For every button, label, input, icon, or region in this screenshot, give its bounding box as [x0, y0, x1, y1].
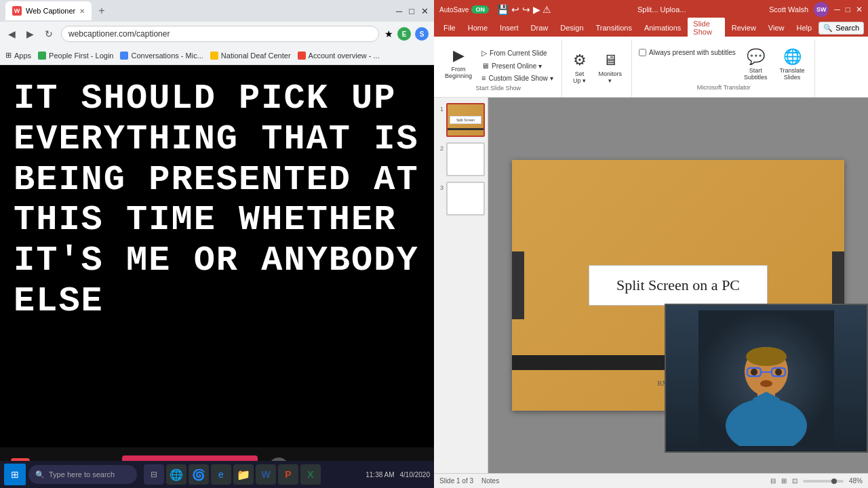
always-present-label: Always present with subtitles [649, 49, 736, 56]
taskbar-app-word[interactable]: W [256, 464, 276, 485]
from-beginning-button[interactable]: ▶ FromBeginning [441, 45, 476, 81]
user-initials-badge: SW [814, 2, 829, 17]
statusbar-right: ⊟ ⊞ ⊡ 48% [770, 477, 863, 485]
slide-thumbnail-2[interactable] [446, 142, 485, 176]
menu-draw[interactable]: Draw [526, 22, 554, 34]
tab-close-button[interactable]: ✕ [79, 7, 85, 15]
pp-maximize-button[interactable]: □ [846, 5, 850, 14]
monitors-button[interactable]: 🖥 Monitors▾ [595, 49, 627, 86]
taskbar-app-chrome[interactable]: 🌐 [166, 464, 186, 485]
pp-close-button[interactable]: ✕ [856, 5, 863, 14]
custom-slideshow-label: Custom Slide Show ▾ [488, 75, 553, 82]
setup-label: SetUp ▾ [573, 70, 586, 84]
always-present-checkbox[interactable]: Always present with subtitles [639, 49, 736, 56]
pp-search-box[interactable]: 🔍 Search [818, 22, 864, 35]
setup-icon: ⚙ [573, 52, 587, 69]
taskbar-app-edge[interactable]: 🌀 [189, 464, 209, 485]
pp-minimize-button[interactable]: ─ [834, 5, 840, 14]
bookmark-people-login-label: People First - Login [49, 52, 113, 60]
slide-thumbnail-3[interactable] [446, 182, 485, 216]
pp-title: Split... Uploa... [559, 5, 764, 14]
minimize-button[interactable]: ─ [396, 6, 402, 16]
refresh-button[interactable]: ↻ [42, 27, 56, 41]
slide-thumb-content-1: Split Screen [448, 104, 484, 136]
menu-file[interactable]: File [438, 22, 461, 34]
notes-button[interactable]: Notes [481, 477, 499, 485]
new-tab-button[interactable]: + [98, 5, 104, 17]
taskbar-app-ie[interactable]: e [211, 464, 231, 485]
search-placeholder: Type here to search [49, 470, 115, 479]
group-translator-label: Microsoft Translator [697, 84, 751, 91]
slide-num-1: 1 [437, 106, 443, 113]
slide-num-2: 2 [437, 145, 443, 152]
taskbar-search[interactable]: 🔍 Type here to search [28, 465, 137, 484]
start-subtitles-button[interactable]: 💬 StartSubtitles [740, 46, 772, 83]
browser-titlebar: W Web Captioner ✕ + ─ □ ✕ [0, 0, 434, 22]
maximize-button[interactable]: □ [409, 6, 414, 16]
autosave-area: AutoSave ON [439, 5, 489, 14]
slide-num-3: 3 [437, 184, 443, 191]
taskbar-app-excel[interactable]: X [300, 464, 321, 485]
start-button[interactable]: ⊞ [4, 464, 26, 485]
view-reading-icon[interactable]: ⊡ [792, 477, 797, 485]
tab-title: Web Captioner [26, 7, 75, 15]
tab-favicon: W [12, 6, 22, 16]
powerpoint-panel: AutoSave ON 💾 ↩ ↪ ▶ ⚠ Split... Uploa... … [434, 0, 868, 488]
browser-tab[interactable]: W Web Captioner ✕ [5, 1, 92, 20]
taskbar-app-folder[interactable]: 📁 [233, 464, 254, 485]
custom-slideshow-button[interactable]: ≡ Custom Slide Show ▾ [479, 73, 555, 83]
back-button[interactable]: ◀ [5, 27, 18, 41]
taskbar-apps: ⊟ 🌐 🌀 e 📁 W P X [144, 464, 321, 485]
caption-text: IT SHOULD PICK UP EVERYTHING THAT IS BEI… [14, 79, 420, 322]
custom-slideshow-icon: ≡ [481, 74, 486, 82]
bookmark-apps[interactable]: ⊞ Apps [5, 51, 31, 60]
svg-point-4 [746, 347, 787, 366]
zoom-level: 48% [849, 477, 863, 485]
menu-animations[interactable]: Animations [639, 22, 686, 34]
menu-home[interactable]: Home [462, 22, 493, 34]
present-online-label: Present Online ▾ [492, 62, 542, 70]
taskbar-app-powerpoint[interactable]: P [278, 464, 298, 485]
view-normal-icon[interactable]: ⊟ [770, 477, 776, 485]
window-controls: ─ □ ✕ [396, 6, 429, 16]
menu-view[interactable]: View [763, 22, 790, 34]
menu-insert[interactable]: Insert [494, 22, 524, 34]
translate-icon: 🌐 [783, 48, 802, 66]
ribbon-group-translator: Always present with subtitles 💬 StartSub… [636, 39, 815, 97]
pp-menubar: File Home Insert Draw Design Transitions… [434, 19, 868, 37]
bookmark-account[interactable]: Account overview - ... [298, 52, 380, 60]
menu-review[interactable]: Review [726, 22, 762, 34]
bookmark-deaf-center-label: National Deaf Center [221, 52, 291, 60]
present-online-button[interactable]: 🖥 Present Online ▾ [479, 60, 555, 71]
setup-button[interactable]: ⚙ SetUp ▾ [569, 49, 591, 86]
zoom-slider[interactable] [803, 480, 844, 483]
taskbar-date: 4/10/2020 [400, 471, 431, 479]
taskbar-time: 11:38 AM [366, 471, 394, 479]
bookmark-people-login[interactable]: People First - Login [38, 52, 113, 60]
from-current-slide-button[interactable]: ▷ From Current Slide [479, 47, 555, 59]
autosave-toggle[interactable]: ON [471, 5, 489, 14]
menu-slideshow[interactable]: Slide Show [688, 18, 724, 38]
extensions-icon[interactable]: E [397, 27, 411, 41]
from-current-label: From Current Slide [490, 49, 547, 57]
view-slide-icon[interactable]: ⊞ [781, 477, 787, 485]
bookmark-conversations-label: Conversations - Mic... [131, 52, 203, 60]
from-beginning-icon: ▶ [453, 47, 465, 64]
close-button[interactable]: ✕ [421, 6, 429, 16]
profile-icon[interactable]: S [415, 27, 429, 41]
pp-ribbon: ▶ FromBeginning ▷ From Current Slide 🖥 P… [434, 37, 868, 98]
bookmark-deaf-center[interactable]: National Deaf Center [210, 52, 291, 60]
menu-design[interactable]: Design [555, 22, 589, 34]
taskbar-app-taskview[interactable]: ⊟ [144, 464, 164, 485]
always-present-check[interactable] [639, 49, 646, 56]
address-bar[interactable]: webcaptioner.com/captioner [61, 26, 379, 42]
bookmark-conversations[interactable]: Conversations - Mic... [120, 52, 203, 60]
autosave-label: AutoSave [439, 6, 469, 14]
star-icon[interactable]: ★ [384, 28, 393, 39]
menu-help[interactable]: Help [791, 22, 818, 34]
user-name: Scott Walsh [769, 5, 808, 14]
translate-slides-button[interactable]: 🌐 TranslateSlides [775, 46, 808, 83]
forward-button[interactable]: ▶ [24, 27, 37, 41]
slide-thumbnail-1[interactable]: Split Screen [446, 103, 485, 137]
menu-transitions[interactable]: Transitions [591, 22, 637, 34]
